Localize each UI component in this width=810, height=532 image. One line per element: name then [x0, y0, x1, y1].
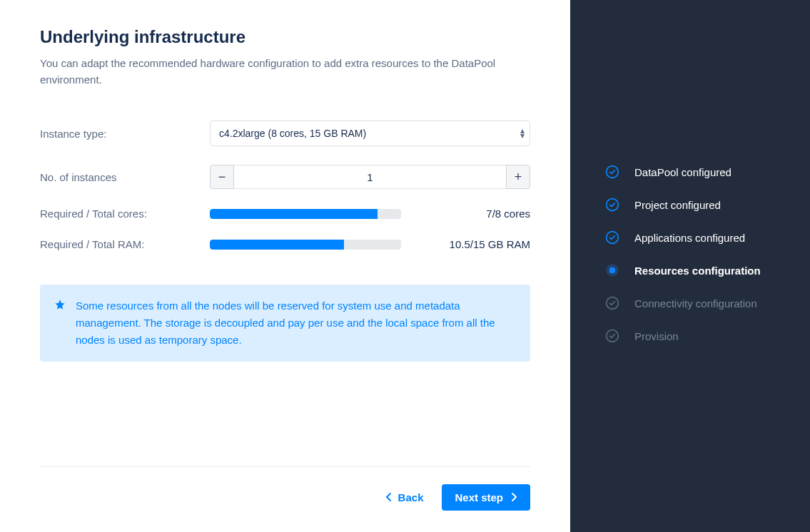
wizard-footer: Back Next step [40, 466, 530, 511]
ram-value: 10.5/15 GB RAM [401, 238, 530, 250]
chevron-left-icon [385, 491, 393, 503]
info-box: Some resources from all the nodes will b… [40, 285, 530, 362]
cores-meter-fill [210, 209, 378, 219]
label-instance-type: Instance type: [40, 128, 210, 140]
cores-value: 7/8 cores [401, 208, 530, 220]
plus-icon: + [515, 170, 522, 185]
step-datapool-configured: DataPool configured [604, 164, 796, 180]
next-step-button-label: Next step [455, 491, 503, 503]
label-cores: Required / Total cores: [40, 208, 210, 220]
step-resources-configuration: Resources configuration [604, 262, 796, 278]
main-panel: Underlying infrastructure You can adapt … [0, 0, 570, 532]
star-icon [54, 299, 66, 349]
back-button[interactable]: Back [385, 491, 424, 503]
page-title: Underlying infrastructure [40, 27, 530, 47]
row-cores: Required / Total cores: 7/8 cores [40, 208, 530, 220]
label-ram: Required / Total RAM: [40, 238, 210, 250]
instances-stepper: − + [210, 165, 530, 189]
step-label: Applications configured [634, 232, 745, 244]
row-instances: No. of instances − + [40, 165, 530, 189]
instances-decrement-button[interactable]: − [210, 165, 234, 189]
next-step-button[interactable]: Next step [442, 484, 530, 511]
minus-icon: − [218, 170, 226, 185]
pending-step-icon [604, 328, 620, 344]
row-instance-type: Instance type: c4.2xlarge (8 cores, 15 G… [40, 121, 530, 146]
svg-point-0 [607, 166, 619, 178]
svg-point-2 [607, 232, 619, 244]
cores-meter [210, 209, 401, 219]
step-project-configured: Project configured [604, 197, 796, 213]
pending-step-icon [604, 295, 620, 311]
info-text: Some resources from all the nodes will b… [76, 297, 515, 349]
back-button-label: Back [398, 491, 424, 503]
ram-meter [210, 240, 401, 250]
step-label: Connectivity configuration [634, 297, 757, 310]
check-circle-icon [604, 230, 620, 245]
step-connectivity-configuration: Connectivity configuration [604, 295, 796, 311]
page-subtitle: You can adapt the recommended hardware c… [40, 56, 530, 88]
instance-type-select[interactable]: c4.2xlarge (8 cores, 15 GB RAM) [210, 121, 530, 146]
row-ram: Required / Total RAM: 10.5/15 GB RAM [40, 238, 530, 250]
instances-input[interactable] [234, 165, 506, 189]
step-label: Project configured [634, 199, 721, 211]
svg-point-4 [607, 330, 619, 342]
step-label: Provision [634, 330, 679, 342]
chevron-right-icon [510, 491, 517, 503]
step-provision: Provision [604, 328, 796, 344]
instances-increment-button[interactable]: + [506, 165, 530, 189]
steps-sidebar: DataPool configuredProject configuredApp… [570, 0, 810, 532]
step-applications-configured: Applications configured [604, 230, 796, 245]
svg-point-1 [607, 199, 619, 211]
ram-meter-fill [210, 240, 344, 250]
current-step-icon [604, 262, 620, 278]
label-instances: No. of instances [40, 171, 210, 183]
svg-point-3 [607, 297, 619, 310]
step-label: DataPool configured [634, 166, 731, 178]
step-label: Resources configuration [634, 265, 761, 277]
check-circle-icon [604, 197, 620, 213]
check-circle-icon [604, 164, 620, 180]
